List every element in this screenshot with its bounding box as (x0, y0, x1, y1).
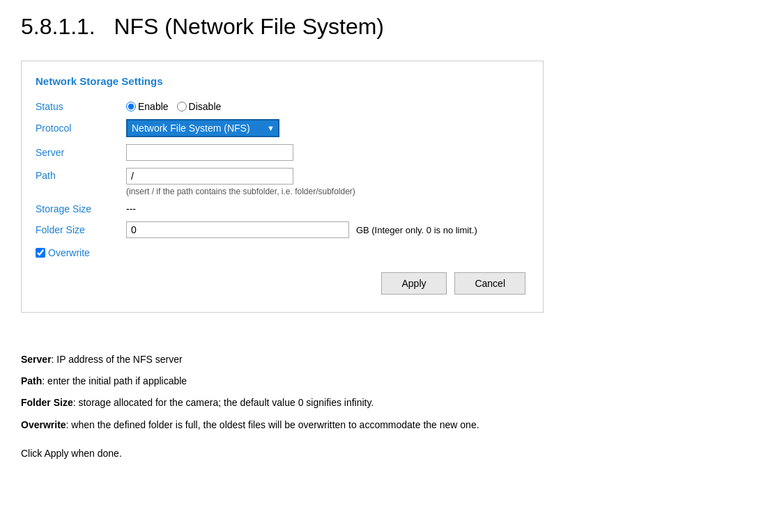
path-hint: (insert / if the path contains the subfo… (126, 187, 477, 196)
path-input[interactable] (126, 168, 293, 185)
overwrite-row: Overwrite (36, 242, 484, 264)
overwrite-checkbox[interactable] (36, 248, 45, 258)
disable-label: Disable (189, 101, 222, 112)
folder-size-description: Folder Size: storage allocated for the c… (21, 394, 740, 412)
overwrite-desc-bold: Overwrite (21, 419, 66, 430)
settings-panel: Network Storage Settings Status Enable D… (21, 61, 544, 313)
status-label: Status (36, 97, 126, 116)
storage-size-value-cell: --- (126, 200, 484, 218)
storage-size-label: Storage Size (36, 200, 126, 218)
settings-section-title: Network Storage Settings (36, 75, 525, 87)
server-row: Server (36, 141, 484, 164)
click-suffix: when done. (68, 448, 121, 459)
protocol-select[interactable]: Network File System (NFS) (126, 119, 279, 137)
apply-button[interactable]: Apply (381, 272, 446, 295)
storage-size-row: Storage Size --- (36, 200, 484, 218)
server-desc-text: : IP address of the NFS server (52, 354, 183, 365)
status-radio-group: Enable Disable (126, 101, 477, 112)
server-desc-bold: Server (21, 354, 52, 365)
enable-radio-label[interactable]: Enable (126, 101, 169, 112)
folder-size-input[interactable] (126, 221, 349, 238)
description-section: Server: IP address of the NFS server Pat… (21, 351, 740, 434)
server-value-cell (126, 141, 484, 164)
button-row: Apply Cancel (36, 272, 525, 295)
status-value-cell: Enable Disable (126, 97, 484, 116)
click-apply-section: Click Apply when done. (21, 448, 740, 459)
folder-size-row: Folder Size GB (Integer only. 0 is no li… (36, 218, 484, 242)
enable-label: Enable (138, 101, 169, 112)
cancel-button[interactable]: Cancel (454, 272, 525, 295)
server-label: Server (36, 141, 126, 164)
status-row: Status Enable Disable (36, 97, 484, 116)
path-desc-bold: Path (21, 375, 42, 386)
protocol-value-cell: Network File System (NFS) (126, 116, 484, 141)
path-description: Path: enter the initial path if applicab… (21, 373, 740, 390)
page-title: 5.8.1.1. NFS (Network File System) (21, 14, 740, 40)
path-value-cell: (insert / if the path contains the subfo… (126, 164, 484, 200)
server-input[interactable] (126, 144, 293, 161)
click-prefix: Click (21, 448, 44, 459)
click-apply-bold: Apply (44, 448, 68, 459)
path-desc-text: : enter the initial path if applicable (42, 375, 187, 386)
protocol-label: Protocol (36, 116, 126, 141)
folder-size-desc-bold: Folder Size (21, 397, 73, 408)
protocol-select-wrapper: Network File System (NFS) (126, 119, 279, 137)
path-label: Path (36, 164, 126, 200)
overwrite-description: Overwrite: when the defined folder is fu… (21, 416, 740, 434)
folder-size-unit: GB (Integer only. 0 is no limit.) (356, 225, 477, 235)
overwrite-checkbox-label[interactable]: Overwrite (36, 247, 477, 258)
overwrite-desc-text: : when the defined folder is full, the o… (66, 419, 479, 430)
protocol-row: Protocol Network File System (NFS) (36, 116, 484, 141)
path-row: Path (insert / if the path contains the … (36, 164, 484, 200)
disable-radio[interactable] (177, 102, 187, 111)
storage-size-value: --- (126, 203, 136, 214)
overwrite-cell: Overwrite (36, 242, 484, 264)
overwrite-label: Overwrite (48, 247, 90, 258)
enable-radio[interactable] (126, 102, 136, 111)
folder-size-desc-text: : storage allocated for the camera; the … (73, 397, 374, 408)
disable-radio-label[interactable]: Disable (177, 101, 222, 112)
settings-form: Status Enable Disable Protocol (36, 97, 484, 264)
server-description: Server: IP address of the NFS server (21, 351, 740, 368)
folder-size-value-cell: GB (Integer only. 0 is no limit.) (126, 218, 484, 242)
folder-size-label: Folder Size (36, 218, 126, 242)
